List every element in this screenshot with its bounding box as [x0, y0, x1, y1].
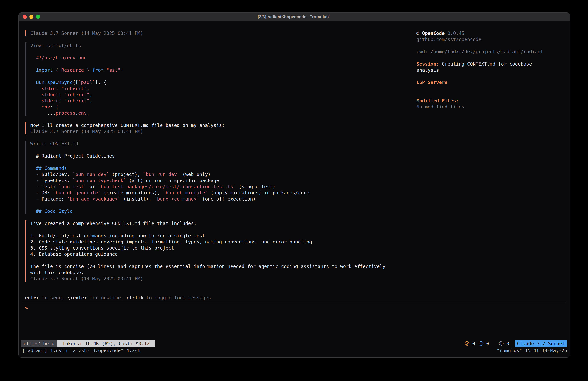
chat-line: 3. CSS styling conventions specific to t…	[30, 245, 412, 251]
chat-line: 1. Build/lint/test commands including ho…	[30, 233, 412, 239]
info-count: ⓘ 0	[479, 340, 489, 347]
tmux-host-clock: "romulus" 15:41 14-May-25	[497, 347, 567, 354]
terminal-window: [2/3] radiant:3:opencode - "romulus" Cla…	[18, 12, 570, 358]
traffic-lights	[23, 13, 40, 21]
chat-line: stdin: "inherit",	[30, 85, 412, 91]
tool-write-block: Write: CONTEXT.md # Radiant Project Guid…	[25, 141, 412, 214]
chat-line	[30, 202, 412, 208]
chat-line: Claude 3.7 Sonnet (14 May 2025 03:41 PM)	[30, 30, 412, 36]
chat-line: Bun.spawnSync([`psql`], {	[30, 79, 412, 85]
tokens-cost-chip: Tokens: 16.4K (8%), Cost: $0.12	[57, 340, 155, 347]
chat-line: Now I'll create a comprehensive CONTEXT.…	[30, 122, 412, 128]
chat-line	[30, 226, 412, 233]
chat-line: ## Commands	[30, 165, 412, 171]
chat-line: Claude 3.7 Sonnet (14 May 2025 03:41 PM)	[30, 128, 412, 134]
info-icon: ⓘ	[479, 341, 483, 346]
chat-line: env: {	[30, 104, 412, 110]
chat-line: - Test: `bun test` or `bun test packages…	[30, 183, 412, 190]
chat-line	[30, 159, 412, 165]
sidebar-line: cwd: /home/thdxr/dev/projects/radiant/ra…	[417, 49, 563, 55]
tmux-status-bar: [radiant] 1:nvim 2:zsh- 3:opencode* 4:zs…	[21, 347, 567, 358]
tmux-session-windows[interactable]: [radiant] 1:nvim 2:zsh- 3:opencode* 4:zs…	[22, 347, 140, 354]
assistant-message-header: Claude 3.7 Sonnet (14 May 2025 03:41 PM)	[25, 30, 412, 36]
sidebar-line: Session: Creating CONTEXT.md for codebas…	[417, 61, 563, 67]
help-shortcut-chip[interactable]: ctrl+? help	[21, 340, 57, 347]
chat-line: stderr: "inherit",	[30, 98, 412, 104]
chat-line	[30, 147, 412, 153]
window-title: [2/3] radiant:3:opencode - "romulus"	[258, 14, 331, 20]
assistant-message: I've created a comprehensive CONTEXT.md …	[25, 220, 412, 282]
sidebar-line	[417, 91, 563, 98]
titlebar[interactable]: [2/3] radiant:3:opencode - "romulus"	[19, 13, 570, 21]
sidebar-line: No modified files	[417, 104, 563, 110]
bottom-panel: enter to send, \+enter for newline, ctrl…	[19, 295, 570, 358]
chat-line: - Build/Dev: `bun run dev` (project), `b…	[30, 171, 412, 178]
chat-line: - TypeCheck: `bun run typecheck` (all) o…	[30, 178, 412, 183]
message-input[interactable]: >	[22, 302, 566, 340]
warnings-icon: Ⓦ	[465, 341, 469, 346]
hints-icon: ⓗ	[492, 341, 504, 348]
chat-line	[30, 257, 412, 263]
sidebar-line	[417, 85, 563, 91]
chat-line: with this codebase.	[30, 269, 412, 276]
session-sidebar: © OpenCode 0.0.45github.com/sst/opencode…	[417, 30, 563, 110]
chat-line: stdout: "inherit",	[30, 91, 412, 98]
chat-line: 2. Code style guidelines covering import…	[30, 239, 412, 245]
prompt-caret: >	[25, 305, 28, 311]
sidebar-line	[417, 43, 563, 49]
diagnostics-counts: Ⓦ 0ⓘ 0ⓗ 0	[465, 340, 509, 347]
assistant-message: Now I'll create a comprehensive CONTEXT.…	[25, 122, 412, 134]
chat-line: # Radiant Project Guidelines	[30, 153, 412, 159]
sidebar-line: Modified Files:	[417, 98, 563, 104]
chat-line: 4. Database operations guidance	[30, 251, 412, 257]
chat-line: - Package: `bun add <package>` (install)…	[30, 196, 412, 202]
chat-line: View: script/db.ts	[30, 43, 412, 49]
warnings-count: Ⓦ 0	[465, 340, 475, 347]
zoom-button[interactable]	[36, 15, 40, 19]
status-bar: ctrl+? help Tokens: 16.4K (8%), Cost: $0…	[21, 340, 567, 347]
chat-line: Claude 3.7 Sonnet (14 May 2025 03:41 PM)	[30, 276, 412, 282]
hints-count: ⓗ 0	[492, 340, 509, 347]
tool-view-block: View: script/db.ts #!/usr/bin/env bun im…	[25, 43, 412, 116]
keybinding-hints: enter to send, \+enter for newline, ctrl…	[19, 295, 570, 302]
chat-line	[30, 61, 412, 67]
model-badge[interactable]: Claude 3.7 Sonnet	[515, 340, 567, 347]
opencode-main-area: Claude 3.7 Sonnet (14 May 2025 03:41 PM)…	[19, 21, 570, 295]
chat-line: ## Code Style	[30, 208, 412, 214]
chat-line: Write: CONTEXT.md	[30, 141, 412, 147]
chat-line: I've created a comprehensive CONTEXT.md …	[30, 220, 412, 226]
sidebar-line: LSP Servers	[417, 79, 563, 85]
sidebar-line: analysis	[417, 67, 563, 73]
sidebar-line	[417, 73, 563, 79]
chat-line: #!/usr/bin/env bun	[30, 55, 412, 61]
chat-line	[30, 73, 412, 79]
chat-line: ...process.env,	[30, 110, 412, 116]
minimize-button[interactable]	[29, 15, 33, 19]
chat-line: import { Resource } from "sst";	[30, 67, 412, 73]
chat-line: - DB: `bun db generate` (create migratio…	[30, 190, 412, 196]
chat-transcript[interactable]: Claude 3.7 Sonnet (14 May 2025 03:41 PM)…	[25, 30, 412, 282]
sidebar-line	[417, 55, 563, 61]
tmux-spacer	[140, 347, 497, 354]
hint-line: enter to send, \+enter for newline, ctrl…	[25, 295, 570, 301]
chat-line: The file is concise (20 lines) and captu…	[30, 263, 412, 269]
chat-line	[30, 49, 412, 55]
sidebar-line: © OpenCode 0.0.45	[417, 30, 563, 36]
close-button[interactable]	[23, 15, 27, 19]
sidebar-line: github.com/sst/opencode	[417, 36, 563, 43]
